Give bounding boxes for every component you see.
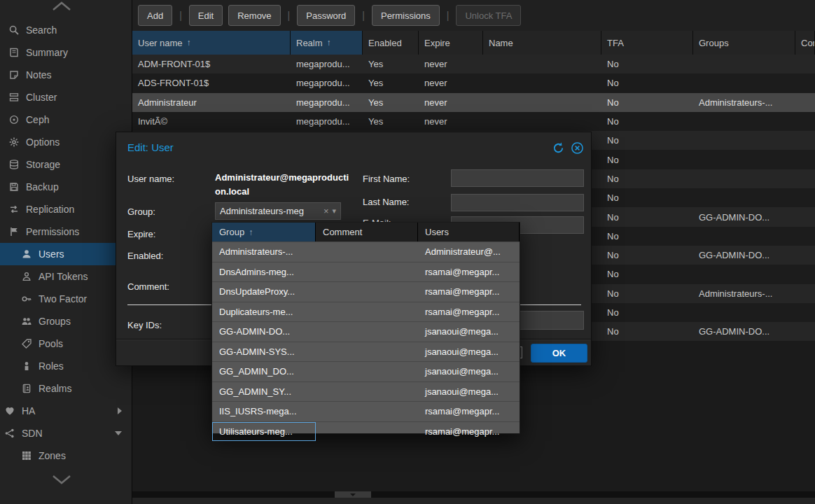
cell-comment	[795, 188, 815, 207]
group-option-duplicateurs-me[interactable]: Duplicateurs-me...rsamai@megapr...	[212, 302, 520, 322]
column-header-user-name[interactable]: User name↑	[132, 31, 291, 55]
column-header-enabled[interactable]: Enabled	[363, 31, 419, 55]
sidebar-item-cluster[interactable]: Cluster	[0, 86, 132, 108]
sidebar-item-ceph[interactable]: Ceph	[0, 108, 132, 131]
sidebar-item-roles[interactable]: Roles	[0, 355, 132, 377]
bottom-panel-edge	[132, 498, 815, 504]
last-name-input[interactable]	[451, 194, 584, 211]
chevron-down-icon[interactable]: ▾	[332, 206, 340, 216]
replication-icon	[8, 204, 20, 215]
sidebar-item-two-factor[interactable]: Two Factor	[0, 288, 132, 310]
sidebar-item-backup[interactable]: Backup	[0, 176, 132, 198]
group-option-dnsadmins-meg[interactable]: DnsAdmins-meg...rsamai@megapr...	[212, 262, 520, 282]
storage-icon	[8, 159, 20, 170]
sidebar-item-permissions[interactable]: Permissions	[0, 220, 132, 243]
add-button[interactable]: Add	[138, 5, 172, 26]
close-icon[interactable]	[571, 141, 584, 155]
sidebar-item-ha[interactable]: HA	[0, 400, 132, 422]
cell-tfa: No	[601, 93, 693, 112]
cell-comment	[795, 131, 815, 150]
dialog-tools	[552, 141, 584, 155]
user-name-label: User name:	[127, 174, 174, 184]
picker-column-header-comment[interactable]: Comment	[316, 223, 418, 241]
scroll-up-icon[interactable]	[50, 0, 73, 11]
cell-groups	[693, 150, 795, 169]
backup-icon	[8, 181, 20, 192]
sidebar-item-replication[interactable]: Replication	[0, 198, 132, 220]
sidebar-item-label: HA	[22, 405, 35, 416]
reset-undo-icon[interactable]	[552, 141, 565, 155]
cell-tfa: No	[601, 150, 693, 169]
expander-right-icon[interactable]	[118, 407, 122, 414]
scroll-down-icon[interactable]	[50, 475, 73, 486]
cell-tfa: No	[601, 246, 693, 265]
sidebar-item-label: Notes	[26, 69, 52, 80]
column-header-groups[interactable]: Groups	[693, 31, 795, 55]
sidebar-item-storage[interactable]: Storage	[0, 153, 132, 176]
group-combobox[interactable]: Administrateurs-meg × ▾	[215, 202, 341, 220]
ok-button[interactable]: OK	[531, 344, 587, 363]
cell-comment	[795, 207, 815, 226]
sidebar-item-options[interactable]: Options	[0, 131, 132, 153]
table-row-invit[interactable]: InvitÃ©megaprodu...YesneverNo	[132, 112, 815, 131]
column-header-name[interactable]: Name	[483, 31, 601, 55]
splitter-handle[interactable]	[335, 491, 371, 498]
sidebar-item-realms[interactable]: Realms	[0, 377, 132, 400]
unlock-tfa-button: Unlock TFA	[456, 5, 521, 26]
toolbar-separator: |	[179, 10, 182, 21]
sidebar-item-pools[interactable]: Pools	[0, 332, 132, 355]
ceph-icon	[8, 114, 20, 125]
sidebar-item-api-tokens[interactable]: API Tokens	[0, 265, 132, 288]
summary-icon	[8, 47, 20, 58]
permissions-button[interactable]: Permissions	[372, 5, 440, 26]
first-name-input[interactable]	[451, 169, 584, 187]
group-option-gg-admin-sys[interactable]: GG-ADMIN-SYS...jsanaoui@mega...	[212, 342, 520, 362]
toolbar-separator: |	[362, 10, 365, 21]
table-row-administrateur[interactable]: Administrateurmegaprodu...YesneverNoAdmi…	[132, 93, 815, 112]
edit-button[interactable]: Edit	[189, 5, 223, 26]
cell-groups	[693, 169, 795, 188]
sidebar-item-label: Replication	[26, 204, 74, 215]
sidebar-item-label: Cluster	[26, 92, 57, 103]
column-header-comment[interactable]: Comment	[795, 31, 815, 55]
group-option-gg-admin-sy[interactable]: GG_ADMIN_SY...jsanaoui@mega...	[212, 382, 520, 402]
table-row-adm-front-01[interactable]: ADM-FRONT-01$megaprodu...YesneverNo	[132, 55, 815, 74]
group-option-gg-admin-do[interactable]: GG-ADMIN-DO...jsanaoui@mega...	[212, 321, 520, 342]
cell-users: Administrateur@...	[418, 242, 520, 262]
sidebar-item-groups[interactable]: Groups	[0, 310, 132, 332]
sidebar-item-summary[interactable]: Summary	[0, 41, 132, 64]
bottom-splitter	[132, 491, 815, 498]
remove-button[interactable]: Remove	[228, 5, 280, 26]
group-option-utilisateurs-meg[interactable]: Utilisateurs-meg...rsamai@megapr...	[212, 421, 520, 442]
table-row-ads-front-01[interactable]: ADS-FRONT-01$megaprodu...YesneverNo	[132, 74, 815, 92]
picker-column-header-users[interactable]: Users	[418, 223, 520, 241]
group-option-gg-admin-do[interactable]: GG_ADMIN_DO...jsanaoui@mega...	[212, 361, 520, 382]
group-option-iis-iusrs-mega[interactable]: IIS_IUSRS-mega...rsamai@megapr...	[212, 401, 520, 421]
cell-comment	[316, 422, 418, 442]
expander-down-icon[interactable]	[115, 431, 122, 435]
cell-users: rsamai@megapr...	[418, 302, 520, 322]
cell-tfa: No	[601, 207, 693, 226]
column-header-realm[interactable]: Realm↑	[291, 31, 363, 55]
cell-groups	[693, 55, 795, 74]
sidebar-item-notes[interactable]: Notes	[0, 64, 132, 86]
cell-users: jsanaoui@mega...	[418, 322, 520, 342]
sidebar-item-label: Roles	[39, 360, 64, 372]
cell-tfa: No	[601, 265, 693, 284]
cell-enabled: Yes	[363, 112, 419, 131]
clear-selection-icon[interactable]: ×	[320, 206, 333, 216]
sidebar-item-zones[interactable]: Zones	[0, 444, 132, 467]
users-icon	[21, 248, 32, 260]
cell-tfa: No	[601, 284, 693, 303]
sidebar-item-sdn[interactable]: SDN	[0, 422, 132, 444]
picker-column-header-group[interactable]: Group↑	[212, 223, 316, 241]
group-option-administrateurs[interactable]: Administrateurs-...Administrateur@...	[212, 241, 520, 262]
cell-tfa: No	[601, 55, 693, 74]
password-button[interactable]: Password	[297, 5, 355, 26]
column-header-expire[interactable]: Expire	[419, 31, 483, 55]
group-option-dnsupdateproxy[interactable]: DnsUpdateProxy...rsamai@megapr...	[212, 281, 520, 302]
sidebar-item-search[interactable]: Search	[0, 19, 132, 41]
column-header-tfa[interactable]: TFA	[601, 31, 693, 55]
column-header-label: Comment	[801, 38, 815, 48]
sidebar-item-users[interactable]: Users	[0, 243, 132, 265]
